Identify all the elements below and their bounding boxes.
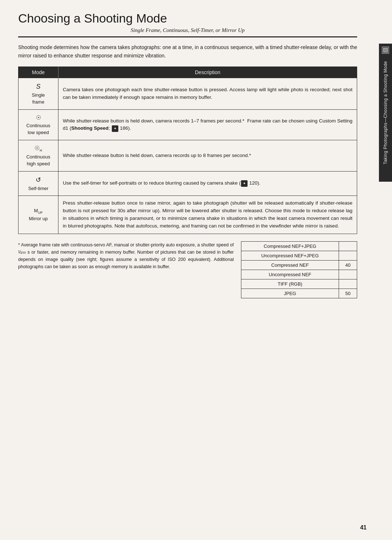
page-title: Choosing a Shooting Mode xyxy=(18,11,357,26)
mode-name-ch: Continuoushigh speed xyxy=(23,153,54,168)
mode-name-selftimer: Self-timer xyxy=(23,185,54,192)
sidebar-tab-text: Taking Photographs—Choosing a Shooting M… xyxy=(383,61,388,164)
intro-paragraph: Shooting mode determines how the camera … xyxy=(18,43,357,60)
mode-cell-single: S Singleframe xyxy=(19,78,58,109)
mode-name-mirrorup: Mirror up xyxy=(23,215,54,222)
mode-symbol-single: S xyxy=(23,82,54,92)
buffer-row: JPEG 50 xyxy=(241,289,357,298)
count-cell xyxy=(339,270,357,279)
title-section: Choosing a Shooting Mode Single Frame, C… xyxy=(18,11,357,37)
mode-desc-mirrorup: Press shutter-release button once to rai… xyxy=(58,196,357,234)
footnote: * Average frame rate with continuous-ser… xyxy=(18,241,234,270)
page: Taking Photographs—Choosing a Shooting M… xyxy=(0,0,392,540)
mode-cell-mirrorup: MUP Mirror up xyxy=(19,196,58,234)
table-row: ☉ Continuouslow speed While shutter-rele… xyxy=(19,109,357,140)
col-header-desc: Description xyxy=(58,67,357,78)
setting-bold: Shooting Speed xyxy=(71,125,109,131)
mode-desc-cl: While shutter-release button is held dow… xyxy=(58,109,357,140)
table-row: ↺ Self-timer Use the self-timer for self… xyxy=(19,171,357,196)
page-subtitle: Single Frame, Continuous, Self-Timer, or… xyxy=(18,27,357,33)
buffer-table-wrapper: Compressed NEF+JPEG Uncompressed NEF+JPE… xyxy=(241,241,357,298)
format-cell: JPEG xyxy=(241,289,339,298)
ref-icon-d1: ✦ xyxy=(112,125,118,132)
sidebar-icon-inner xyxy=(383,48,388,52)
count-cell: 40 xyxy=(339,260,357,270)
mode-cell-cl: ☉ Continuouslow speed xyxy=(19,109,58,140)
sidebar-tab: Taking Photographs—Choosing a Shooting M… xyxy=(379,44,392,182)
buffer-row: Uncompressed NEF+JPEG xyxy=(241,251,357,260)
footnote-text: * Average frame rate with continuous-ser… xyxy=(18,242,234,269)
buffer-table: Compressed NEF+JPEG Uncompressed NEF+JPE… xyxy=(241,241,357,298)
buffer-row: Compressed NEF+JPEG xyxy=(241,241,357,251)
count-cell xyxy=(339,241,357,251)
format-cell: Compressed NEF+JPEG xyxy=(241,241,339,251)
format-cell: TIFF (RGB) xyxy=(241,279,339,289)
mode-name-cl: Continuouslow speed xyxy=(23,122,54,136)
format-cell: Compressed NEF xyxy=(241,260,339,270)
table-row: MUP Mirror up Press shutter-release butt… xyxy=(19,196,357,234)
main-content: Choosing a Shooting Mode Single Frame, C… xyxy=(0,0,379,313)
format-cell: Uncompressed NEF+JPEG xyxy=(241,251,339,260)
buffer-row: TIFF (RGB) xyxy=(241,279,357,289)
mode-name-single: Singleframe xyxy=(23,92,54,106)
format-cell: Uncompressed NEF xyxy=(241,270,339,279)
table-row: S Singleframe Camera takes one photograp… xyxy=(19,78,357,109)
mode-desc-ch: While shutter-release button is held dow… xyxy=(58,140,357,171)
count-cell xyxy=(339,279,357,289)
col-header-mode: Mode xyxy=(19,67,58,78)
count-cell: 50 xyxy=(339,289,357,298)
mode-symbol-selftimer: ↺ xyxy=(23,175,54,185)
mode-cell-ch: ☉H Continuoushigh speed xyxy=(19,140,58,171)
mode-symbol-cl: ☉ xyxy=(23,113,54,122)
mode-symbol-mirrorup: MUP xyxy=(23,207,54,215)
mode-symbol-ch: ☉H xyxy=(23,144,54,153)
page-number: 41 xyxy=(360,524,367,531)
buffer-row: Compressed NEF 40 xyxy=(241,260,357,270)
mode-desc-single: Camera takes one photograph each time sh… xyxy=(58,78,357,109)
mode-desc-selftimer: Use the self-timer for self-portraits or… xyxy=(58,171,357,196)
bottom-section: * Average frame rate with continuous-ser… xyxy=(18,241,357,298)
count-cell xyxy=(339,251,357,260)
sidebar-icon xyxy=(382,47,389,54)
ref-icon-120: ✦ xyxy=(241,180,248,187)
buffer-row: Uncompressed NEF xyxy=(241,270,357,279)
mode-cell-selftimer: ↺ Self-timer xyxy=(19,171,58,196)
mode-table: Mode Description S Singleframe Camera ta… xyxy=(18,67,357,234)
table-row: ☉H Continuoushigh speed While shutter-re… xyxy=(19,140,357,171)
